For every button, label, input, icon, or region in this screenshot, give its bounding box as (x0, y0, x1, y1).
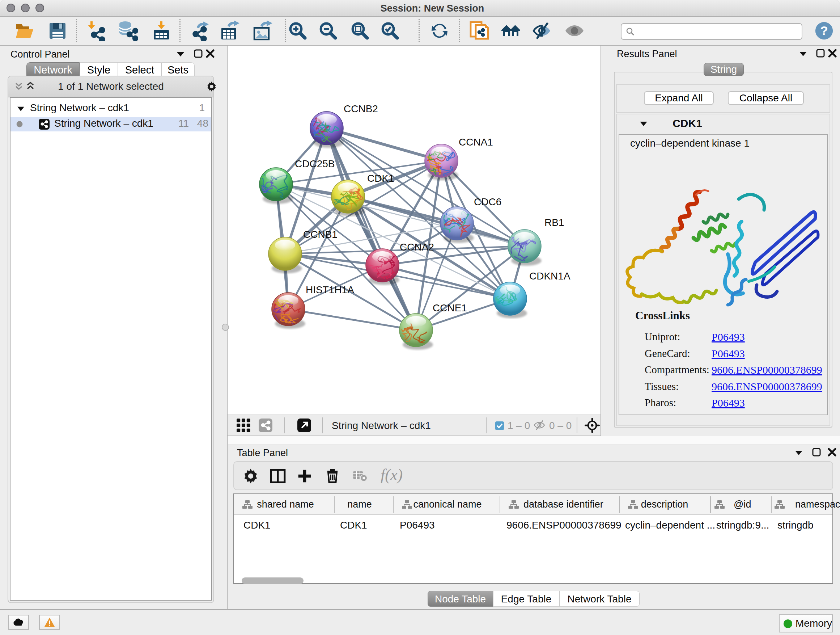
svg-text:CDK1: CDK1 (367, 173, 394, 184)
svg-text:CCNB1: CCNB1 (303, 229, 338, 240)
svg-text:CDC25B: CDC25B (295, 158, 335, 169)
svg-text:CDKN1A: CDKN1A (529, 271, 570, 282)
svg-text:CCNA1: CCNA1 (459, 136, 493, 148)
svg-text:RB1: RB1 (545, 217, 564, 228)
svg-text:CDC6: CDC6 (474, 196, 501, 207)
svg-text:CCNE1: CCNE1 (433, 302, 467, 314)
svg-text:?: ? (820, 24, 828, 38)
svg-text:CCNA2: CCNA2 (400, 241, 434, 253)
svg-text:CCNB2: CCNB2 (344, 103, 378, 114)
svg-text:HIST1H1A: HIST1H1A (306, 284, 354, 295)
